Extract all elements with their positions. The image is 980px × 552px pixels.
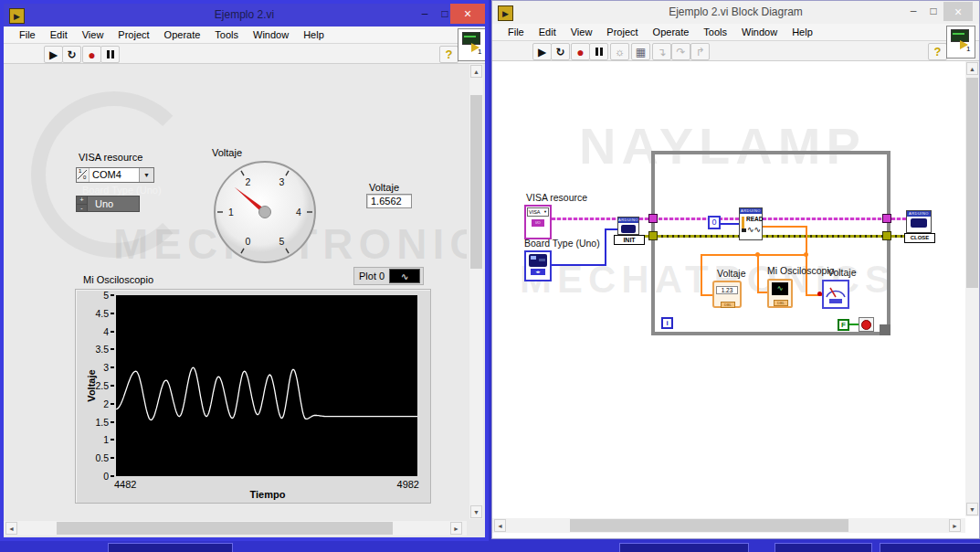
menu-file[interactable]: File	[501, 25, 531, 39]
minimize-button[interactable]: –	[415, 5, 435, 22]
board-type-node[interactable]: ◂▸	[524, 250, 552, 281]
step-over-button[interactable]: ↷	[671, 43, 690, 60]
false-constant[interactable]: F	[838, 319, 849, 331]
pause-icon	[600, 48, 603, 56]
menu-help[interactable]: Help	[785, 25, 819, 39]
loop-condition-terminal[interactable]	[859, 317, 874, 332]
run-continuous-button[interactable]: ↻	[62, 46, 81, 63]
scroll-right-button[interactable]: ►	[450, 522, 462, 535]
chart-title: Mi Osciloscopio	[83, 274, 153, 285]
pause-button[interactable]	[100, 46, 120, 63]
abort-button[interactable]: ●	[82, 46, 101, 63]
increment-button[interactable]: +	[77, 196, 87, 204]
vi-icon[interactable]: 1	[946, 26, 975, 58]
visa-resource-node-label: VISA resource	[526, 192, 587, 203]
y-tick: 4.5	[95, 308, 114, 319]
horizontal-scroll-thumb[interactable]	[570, 519, 848, 532]
data-wire	[806, 226, 807, 254]
scroll-left-button[interactable]: ◄	[5, 522, 17, 535]
horizontal-scroll-thumb[interactable]	[57, 522, 393, 535]
window-title: Ejemplo 2.vi	[4, 8, 485, 21]
step-out-button[interactable]: ↱	[690, 43, 710, 60]
run-button[interactable]: ▶	[44, 46, 63, 63]
step-into-button[interactable]: ↴	[652, 43, 671, 60]
vertical-scrollbar[interactable]: ▲ ▼	[965, 61, 979, 516]
zero-constant-wire	[721, 223, 739, 225]
menu-project[interactable]: Project	[111, 27, 155, 42]
init-node-label: INIT	[614, 235, 645, 245]
visa-resource-label: VISA resource	[79, 152, 142, 163]
close-button[interactable]: ×	[450, 4, 485, 24]
menu-view[interactable]: View	[76, 27, 111, 42]
visa-resource-combo[interactable]: 1 0 COM4 ▼	[76, 167, 154, 183]
board-type-dropdown[interactable]: + - Uno	[76, 196, 140, 212]
context-help-button[interactable]: ?	[928, 43, 947, 60]
menu-window[interactable]: Window	[735, 25, 784, 39]
block-diagram-canvas: NAYLAMP MECHATRONICS	[492, 61, 965, 516]
scroll-down-button[interactable]: ▼	[966, 503, 978, 515]
run-continuous-button[interactable]: ↻	[551, 43, 570, 60]
menu-project[interactable]: Project	[600, 25, 644, 39]
scroll-left-button[interactable]: ◄	[494, 519, 506, 532]
close-button[interactable]: ×	[943, 2, 973, 21]
board-type-label: Board Type (Uno)	[82, 185, 162, 196]
menu-operate[interactable]: Operate	[158, 27, 207, 42]
maximize-button[interactable]: □	[923, 3, 943, 19]
menu-tools[interactable]: Tools	[208, 27, 245, 42]
scroll-right-button[interactable]: ►	[949, 519, 961, 532]
zero-constant[interactable]: 0	[708, 216, 721, 229]
scroll-down-button[interactable]: ▼	[470, 505, 482, 518]
menu-operate[interactable]: Operate	[647, 25, 696, 39]
vertical-scroll-thumb[interactable]	[470, 95, 482, 269]
clean-up-diagram-button[interactable]: ▦	[631, 43, 650, 60]
menu-help[interactable]: Help	[297, 27, 331, 42]
plot-legend[interactable]: Plot 0 ∿	[353, 267, 424, 285]
scroll-up-button[interactable]: ▲	[470, 65, 482, 78]
numeric-indicator-value: 1.6562	[366, 194, 412, 208]
scroll-up-button[interactable]: ▲	[966, 62, 978, 75]
vi-icon[interactable]: 1	[458, 28, 487, 61]
y-tick: 3.5	[95, 344, 114, 355]
stop-icon	[861, 320, 871, 330]
visa-resource-node[interactable]: VISA▼ I/O	[524, 205, 552, 239]
oscilloscope-chart-node[interactable]: ∿ DBL	[767, 279, 793, 308]
iteration-terminal[interactable]: i	[661, 317, 673, 329]
front-panel-menubar: FileEditViewProjectOperateToolsWindowHel…	[4, 27, 485, 44]
data-wire	[757, 292, 767, 293]
menu-view[interactable]: View	[564, 25, 599, 39]
wire-junction	[804, 252, 808, 257]
highlight-execution-button[interactable]: ☼	[610, 43, 629, 60]
combo-dropdown-button[interactable]: ▼	[139, 168, 153, 182]
voltaje-gauge-node[interactable]	[822, 280, 849, 309]
y-tick: 1	[103, 434, 114, 445]
vertical-scroll-thumb[interactable]	[966, 78, 978, 288]
horizontal-scrollbar[interactable]: ◄ ►	[4, 521, 467, 536]
dbl-tag: DBL	[721, 302, 735, 308]
menu-window[interactable]: Window	[247, 27, 295, 42]
decrement-button[interactable]: -	[77, 204, 87, 212]
arduino-close-node[interactable]: ARDUINO	[906, 210, 932, 233]
y-tick: 4	[103, 326, 114, 337]
chart-y-axis: 54.543.532.521.510.50	[80, 295, 114, 476]
waveform-glyph: ∿∿	[747, 225, 761, 234]
pause-button[interactable]	[589, 43, 608, 60]
block-diagram-window: ▶ Ejemplo 2.vi Block Diagram – □ × FileE…	[491, 0, 980, 539]
menu-tools[interactable]: Tools	[697, 25, 733, 39]
visa-wire	[659, 218, 739, 220]
abort-button[interactable]: ●	[571, 43, 590, 60]
context-help-button[interactable]: ?	[439, 46, 458, 63]
menu-file[interactable]: File	[13, 27, 42, 42]
menu-edit[interactable]: Edit	[44, 27, 74, 42]
voltaje-numeric-node[interactable]: 1.23 DBL	[712, 281, 742, 308]
run-button[interactable]: ▶	[532, 43, 552, 60]
arduino-init-node[interactable]: ARDUINO	[617, 217, 639, 235]
arduino-read-node[interactable]: ARDUINO READ ∿∿	[739, 207, 763, 240]
minimize-button[interactable]: –	[903, 3, 923, 19]
horizontal-scrollbar[interactable]: ◄ ►	[492, 518, 965, 533]
menu-edit[interactable]: Edit	[532, 25, 563, 39]
vertical-scrollbar[interactable]: ▲ ▼	[469, 64, 483, 519]
gauge-node-label: Voltaje	[827, 267, 857, 278]
svg-text:0: 0	[246, 236, 251, 247]
visa-wire	[891, 218, 906, 220]
taskbar-item	[108, 543, 233, 552]
